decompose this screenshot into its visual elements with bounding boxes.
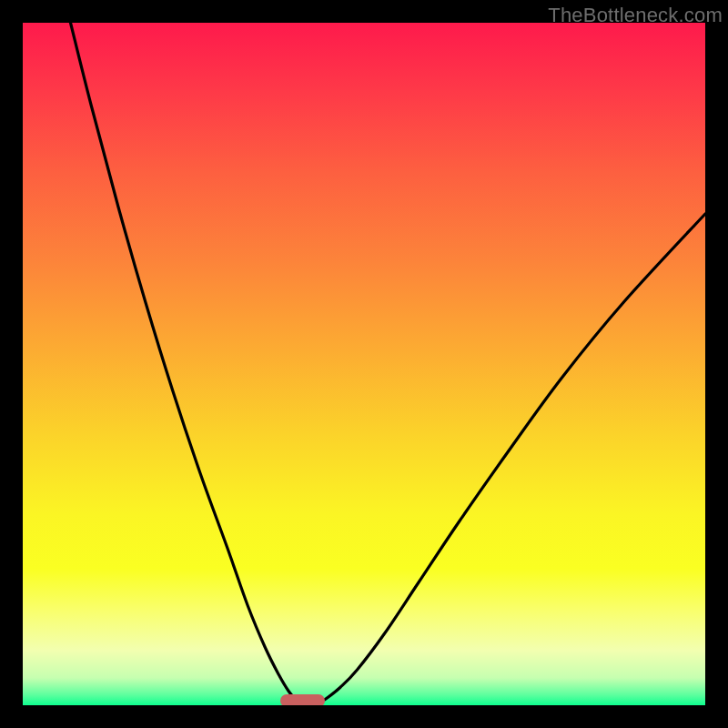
- bottleneck-curve: [23, 23, 705, 705]
- curve-left-branch: [71, 23, 302, 704]
- plot-area: [23, 23, 705, 705]
- curve-right-branch: [318, 214, 705, 704]
- watermark-text: TheBottleneck.com: [548, 4, 723, 27]
- chart-frame: TheBottleneck.com: [0, 0, 728, 728]
- minimum-marker: [280, 694, 325, 705]
